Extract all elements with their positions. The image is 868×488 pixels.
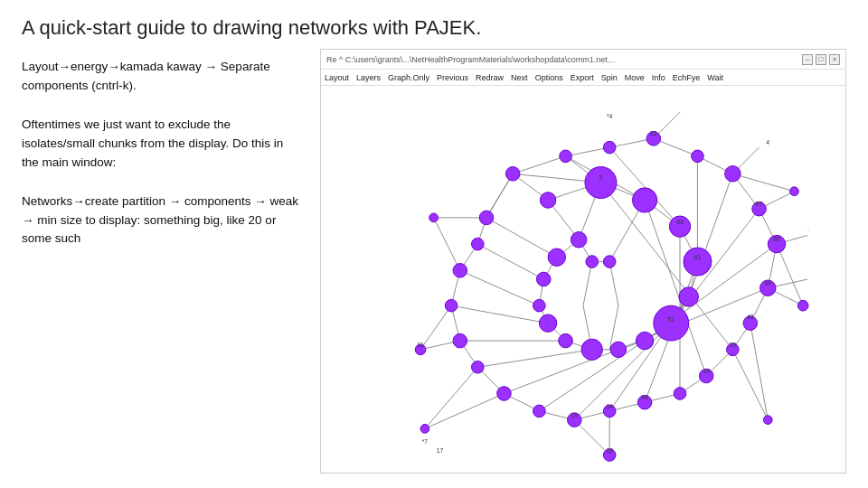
svg-point-95 [581,339,602,360]
svg-point-119 [453,263,467,277]
page-title: A quick-start guide to drawing networks … [0,0,868,49]
svg-line-53 [460,270,540,305]
svg-point-130 [603,256,616,268]
svg-line-69 [609,262,618,306]
svg-line-26 [486,174,513,218]
layout-text: Layout→energy→kamada kaway → Separate co… [22,58,302,96]
networks-text: Networks→create partition → components →… [22,192,302,249]
svg-text:12: 12 [606,447,613,454]
menu-layout[interactable]: Layout [325,73,349,82]
svg-point-124 [679,287,698,306]
text-block-1: Layout→energy→kamada kaway → Separate co… [22,58,302,96]
svg-point-93 [684,248,712,276]
svg-point-110 [674,388,686,400]
svg-point-136 [797,300,808,311]
menu-export[interactable]: Export [571,73,594,82]
svg-text:49: 49 [764,280,771,286]
svg-text:63: 63 [676,219,684,225]
svg-line-47 [689,174,733,296]
svg-point-103 [725,166,741,183]
svg-point-92 [632,188,656,212]
svg-line-84 [425,393,505,428]
svg-line-52 [477,244,543,279]
menu-graphonly[interactable]: Graph.Only [388,73,429,82]
menu-previous[interactable]: Previous [437,73,468,82]
svg-line-0 [513,156,565,174]
graph-area: 3 51 61 63 22 67 89 49 43 23 18 44 14 19… [321,86,845,473]
menu-echfye[interactable]: EchFye [673,73,701,82]
svg-point-94 [654,305,689,341]
svg-point-126 [610,342,627,358]
maximize-btn[interactable]: □ [816,54,826,65]
svg-line-51 [486,218,557,258]
svg-text:89: 89 [773,236,780,242]
menu-redraw[interactable]: Redraw [476,73,504,82]
svg-text:17: 17 [437,447,444,454]
svg-point-97 [548,249,565,266]
svg-line-81 [750,324,768,420]
svg-text:.: . [807,226,809,232]
content-area: Layout→energy→kamada kaway → Separate co… [0,49,868,474]
svg-line-82 [732,350,768,420]
svg-text:22: 22 [650,130,657,136]
svg-line-73 [420,305,451,350]
svg-text:11: 11 [417,342,424,348]
svg-point-118 [445,299,458,312]
svg-text:43: 43 [747,314,754,320]
text-panel: Layout→energy→kamada kaway → Separate co… [22,49,302,474]
svg-point-121 [479,211,494,225]
svg-point-116 [471,361,484,373]
pajek-title-text: Re ^ C:\users\grants\...\NetHealthProgra… [326,55,616,64]
svg-line-75 [434,218,460,270]
text-block-2: Oftentimes we just want to exclude the i… [22,116,302,173]
svg-text:18: 18 [703,368,710,374]
svg-text:61: 61 [694,254,702,260]
svg-line-83 [425,367,477,428]
svg-line-57 [504,350,618,394]
svg-text:*7: *7 [422,438,429,445]
window-buttons: – □ × [802,54,840,65]
close-btn[interactable]: × [829,54,840,65]
svg-text:*4: *4 [607,113,613,119]
pajek-titlebar: Re ^ C:\users\grants\...\NetHealthProgra… [321,50,845,70]
menu-spin[interactable]: Spin [601,73,618,82]
svg-line-3 [566,147,610,156]
svg-point-91 [585,166,617,198]
svg-text:4: 4 [766,139,769,145]
svg-line-78 [732,174,794,191]
svg-text:14: 14 [606,403,613,409]
svg-point-99 [560,150,572,163]
svg-point-115 [497,387,512,401]
svg-line-56 [477,350,591,367]
svg-point-123 [571,231,587,248]
svg-point-134 [429,213,439,222]
svg-point-129 [533,299,546,312]
menu-move[interactable]: Move [625,73,645,82]
svg-point-128 [536,272,551,286]
menu-next[interactable]: Next [511,73,528,82]
svg-point-137 [763,416,772,425]
svg-point-120 [471,238,484,250]
graph-labels: 3 51 61 63 22 67 89 49 43 23 18 44 14 19… [417,113,809,454]
menu-layers[interactable]: Layers [356,73,381,82]
svg-text:67: 67 [756,201,763,207]
menu-info[interactable]: Info [652,73,665,82]
menu-options[interactable]: Options [535,73,563,82]
svg-point-127 [559,333,573,348]
svg-point-122 [540,192,556,209]
minimize-btn[interactable]: – [802,54,813,65]
svg-text:3: 3 [599,174,603,181]
oftentimes-text: Oftentimes we just want to exclude the i… [22,116,302,173]
svg-point-114 [533,405,546,418]
svg-line-79 [777,244,803,305]
svg-text:19: 19 [571,412,578,418]
svg-text:51: 51 [667,316,675,323]
pajek-window: Re ^ C:\users\grants\...\NetHealthProgra… [320,49,846,474]
svg-point-98 [505,166,520,181]
svg-point-131 [586,256,599,268]
menu-wait[interactable]: Wait [707,73,723,82]
pajek-menubar: Layout Layers Graph.Only Previous Redraw… [321,70,845,86]
svg-point-138 [420,425,429,434]
svg-point-117 [453,333,467,348]
svg-point-96 [539,314,556,332]
